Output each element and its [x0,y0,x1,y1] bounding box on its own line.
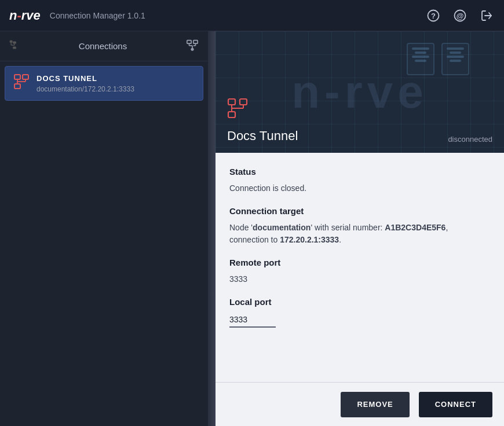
logo-area: n-rve Connection Manager 1.0.1 [9,8,145,23]
connect-button[interactable]: CONNECT [419,392,492,417]
svg-rect-22 [14,84,20,89]
remove-button[interactable]: REMOVE [341,392,409,417]
remote-port-value: 3333 [229,273,490,285]
sidebar-header: Connections [0,31,208,61]
nerve-logo: n-rve [9,8,41,23]
connections-label: Connections [20,41,186,51]
connection-address: documentation/172.20.2.1:3333 [36,85,195,93]
target-value: Node 'documentation' with serial number:… [229,222,490,246]
device-box-1 [407,43,434,75]
main-layout: Connections [0,31,504,426]
svg-rect-8 [13,41,16,43]
add-connection-icon[interactable] [186,38,199,54]
target-label: Connection target [229,206,490,216]
hero-tunnel-icon [227,98,492,123]
svg-text:@: @ [456,12,464,20]
logout-icon[interactable] [479,8,495,24]
footer-actions: REMOVE CONNECT [216,382,504,426]
status-badge: disconnected [448,135,492,144]
status-value: Connection is closed. [229,182,490,194]
status-label: Status [229,167,490,177]
target-serial: A1B2C3D4E5F6 [385,223,445,232]
detail-panel: n-rve [216,31,504,426]
local-port-label: Local port [229,297,490,307]
remote-port-label: Remote port [229,258,490,267]
connection-item-docs-tunnel[interactable]: DOCS TUNNEL documentation/172.20.2.1:333… [5,66,203,101]
sidebar: Connections [0,31,209,426]
tunnel-icon [13,74,30,93]
local-port-container [229,313,490,328]
svg-rect-10 [187,41,191,44]
app-header: n-rve Connection Manager 1.0.1 ? @ [0,0,504,31]
svg-rect-29 [240,99,247,105]
svg-rect-21 [23,75,28,79]
target-ip: 172.20.2.1:3333 [280,235,339,244]
hero-section: n-rve [216,31,504,153]
target-node: documentation [253,223,311,232]
sidebar-network-icon [9,40,20,53]
panel-divider [209,31,216,426]
svg-rect-9 [13,46,16,49]
at-icon[interactable]: @ [452,8,468,24]
local-port-input[interactable] [229,313,276,328]
app-title: Connection Manager 1.0.1 [50,11,145,20]
svg-text:?: ? [431,12,436,20]
svg-rect-30 [228,112,235,117]
hero-devices [407,43,469,75]
svg-rect-20 [14,75,20,79]
svg-rect-4 [10,40,13,42]
svg-rect-28 [228,99,235,105]
help-icon[interactable]: ? [425,8,441,24]
connection-name: DOCS TUNNEL [36,74,195,83]
connection-info: DOCS TUNNEL documentation/172.20.2.1:333… [36,74,195,93]
details-section: Status Connection is closed. Connection … [216,153,504,382]
header-actions: ? @ [425,8,495,24]
svg-rect-11 [193,41,198,44]
device-box-2 [441,43,469,75]
